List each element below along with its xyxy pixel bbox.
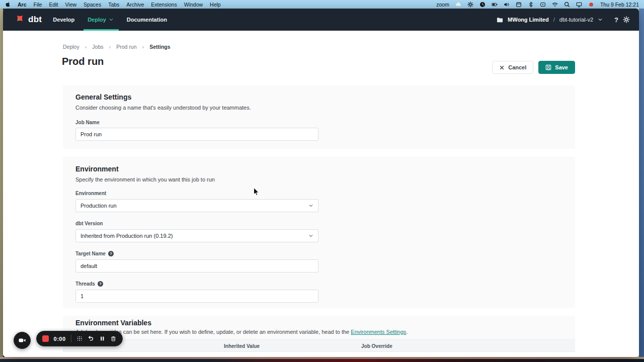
target-name-label-text: Target Name (75, 251, 106, 256)
menubar-clock: Thu 9 Feb 12:21 (600, 2, 639, 8)
clock-icon[interactable] (479, 2, 486, 8)
nav-item-documentation-label: Documentation (127, 17, 167, 23)
dbt-logo[interactable]: dbt (12, 13, 42, 26)
menubar-item-edit[interactable]: Edit (49, 2, 58, 8)
recording-timer: 0:00 (54, 336, 66, 342)
threads-value: 1 (80, 293, 84, 299)
settings-gear-icon[interactable] (623, 16, 630, 23)
help-icon[interactable]: ? (98, 281, 103, 287)
dbt-version-label: dbt Version (75, 221, 103, 226)
save-button-label: Save (555, 64, 568, 70)
breadcrumb-settings: Settings (149, 44, 170, 50)
menubar-item-archive[interactable]: Archive (126, 2, 144, 8)
chevron-down-icon (109, 17, 114, 22)
calendar-icon[interactable] (516, 2, 522, 8)
project-name[interactable]: dbt-tutorial-v2 (559, 17, 593, 23)
dbt-version-select[interactable]: Inherited from Production run (0.19.2) (75, 229, 318, 242)
menubar-app-name[interactable]: Arc (18, 2, 27, 8)
environment-variables-title: Environment Variables (75, 319, 151, 327)
nav-item-documentation[interactable]: Documentation (127, 9, 167, 31)
stop-recording-button[interactable] (42, 335, 49, 342)
environment-select-label-text: Environment (75, 191, 106, 196)
environment-select[interactable]: Production run (75, 199, 318, 212)
environments-settings-link[interactable]: Environments Settings (351, 329, 406, 335)
browser-window: dbt Develop Deploy Documentation MWong L… (3, 9, 639, 357)
job-name-value: Prod run (80, 131, 102, 137)
save-button[interactable]: Save (538, 61, 575, 74)
environment-description: Specify the environment in which you wan… (75, 176, 215, 183)
account-name[interactable]: MWong Limited (508, 17, 549, 23)
menubar-item-tabs[interactable]: Tabs (108, 2, 119, 8)
breadcrumb-jobs[interactable]: Jobs (92, 44, 103, 50)
threads-input[interactable]: 1 (75, 290, 318, 303)
page-content: Deploy › Jobs › Prod run › Settings Prod… (3, 31, 639, 357)
job-name-label: Job Name (75, 120, 100, 125)
nav-item-deploy-label: Deploy (88, 17, 106, 23)
bluetooth-icon[interactable] (528, 2, 534, 8)
column-inherited-value: Inherited Value (224, 343, 260, 349)
record-dot-icon[interactable] (588, 2, 594, 8)
nav-item-develop[interactable]: Develop (53, 9, 74, 31)
threads-label: Threads ? (75, 281, 103, 287)
menubar-item-help[interactable]: Help (210, 2, 221, 8)
camera-bubble-button[interactable] (14, 332, 31, 349)
wallpaper-right-edge (639, 9, 644, 358)
help-icon[interactable]: ? (108, 251, 114, 256)
target-name-input[interactable]: default (75, 259, 318, 273)
breadcrumb-prod-run[interactable]: Prod run (116, 44, 136, 50)
cancel-button-label: Cancel (508, 64, 526, 70)
battery-icon[interactable] (492, 2, 498, 8)
wallpaper-bottom-edge (0, 359, 644, 362)
help-menu-button[interactable]: ? (614, 16, 618, 24)
job-name-input[interactable]: Prod run (75, 128, 318, 141)
dbt-version-value: Inherited from Production run (0.19.2) (80, 233, 173, 239)
column-job-override: Job Override (361, 343, 392, 349)
nav-item-develop-label: Develop (53, 17, 74, 23)
menubar-item-spaces[interactable]: Spaces (84, 2, 101, 8)
cloud-icon[interactable] (455, 2, 461, 8)
target-name-value: default (80, 263, 97, 269)
env-vars-description-suffix: . (406, 329, 408, 335)
wifi-icon[interactable] (552, 2, 558, 8)
mouse-cursor (253, 187, 260, 197)
search-icon[interactable] (564, 2, 570, 8)
menubar-item-view[interactable]: View (65, 2, 77, 8)
close-icon (499, 65, 505, 70)
dbt-version-label-text: dbt Version (75, 221, 103, 226)
display-icon[interactable] (576, 2, 582, 8)
breadcrumb-deploy[interactable]: Deploy (63, 44, 79, 50)
gear-icon[interactable] (467, 2, 473, 8)
nav-item-deploy[interactable]: Deploy (88, 9, 114, 31)
apple-icon[interactable] (5, 2, 11, 7)
env-vars-table-header: Inherited Value Job Override (63, 339, 575, 352)
dbt-navbar: dbt Develop Deploy Documentation MWong L… (3, 9, 639, 31)
general-settings-card: General Settings Consider choosing a nam… (63, 85, 575, 149)
cancel-button[interactable]: Cancel (492, 61, 533, 74)
breadcrumb: Deploy › Jobs › Prod run › Settings (63, 44, 171, 50)
keyboard-icon[interactable] (540, 2, 546, 8)
chevron-down-icon[interactable] (598, 17, 603, 22)
threads-label-text: Threads (75, 281, 95, 287)
menubar-item-file[interactable]: File (34, 2, 42, 8)
volume-icon[interactable] (504, 2, 510, 8)
menubar-item-window[interactable]: Window (184, 2, 203, 8)
general-settings-description: Consider choosing a name that's easily u… (75, 105, 251, 111)
delete-recording-icon[interactable] (110, 335, 117, 342)
breadcrumb-chevron-icon: › (85, 44, 87, 50)
job-name-label-text: Job Name (75, 120, 100, 125)
pause-icon[interactable] (99, 335, 106, 342)
drag-handle-icon[interactable] (76, 335, 83, 342)
dbt-logo-icon (12, 13, 25, 26)
macos-menubar: Arc File Edit View Spaces Tabs Archive E… (0, 0, 644, 9)
breadcrumb-chevron-icon: › (109, 44, 111, 50)
menubar-status-zoom[interactable]: zoom (436, 2, 449, 8)
environment-card: Environment Specify the environment in w… (63, 157, 575, 308)
target-name-label: Target Name ? (75, 251, 114, 256)
recorder-toolbar: 0:00 (36, 331, 123, 346)
restart-icon[interactable] (88, 335, 94, 342)
toolbar-divider (71, 335, 71, 342)
screen: Arc File Edit View Spaces Tabs Archive E… (0, 0, 644, 362)
environment-variables-description: Job level overrides can be set here. If … (75, 329, 408, 335)
account-project-separator: / (553, 17, 555, 23)
menubar-item-extensions[interactable]: Extensions (151, 2, 177, 8)
